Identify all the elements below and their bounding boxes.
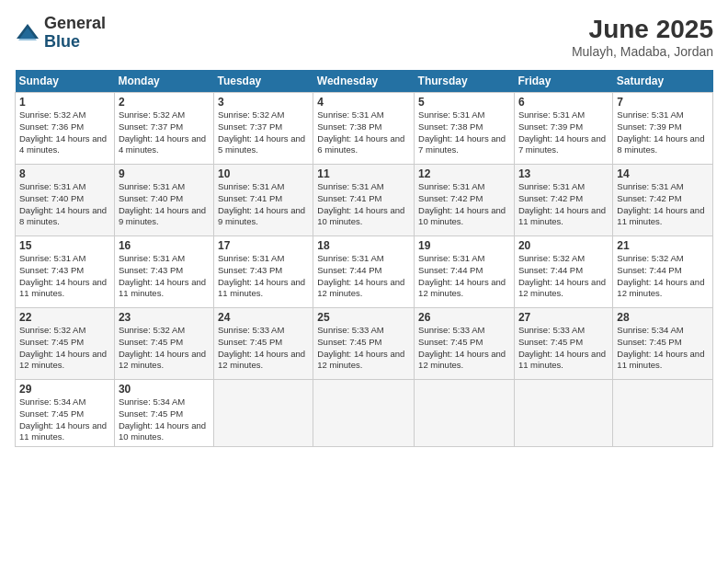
day-info: Sunrise: 5:33 AM Sunset: 7:45 PM Dayligh… <box>317 325 410 372</box>
day-number: 9 <box>119 167 210 180</box>
day-info: Sunrise: 5:33 AM Sunset: 7:45 PM Dayligh… <box>518 325 609 372</box>
day-info: Sunrise: 5:32 AM Sunset: 7:36 PM Dayligh… <box>19 109 110 156</box>
header-friday: Friday <box>514 70 612 93</box>
day-number: 17 <box>218 239 309 252</box>
day-info: Sunrise: 5:31 AM Sunset: 7:42 PM Dayligh… <box>518 181 609 228</box>
table-row: 27 Sunrise: 5:33 AM Sunset: 7:45 PM Dayl… <box>514 308 612 380</box>
day-number: 27 <box>518 311 609 324</box>
table-row: 15 Sunrise: 5:31 AM Sunset: 7:43 PM Dayl… <box>16 236 115 308</box>
day-info: Sunrise: 5:31 AM Sunset: 7:41 PM Dayligh… <box>317 181 410 228</box>
day-number: 19 <box>418 239 510 252</box>
calendar-header-row: Sunday Monday Tuesday Wednesday Thursday… <box>16 70 713 93</box>
day-info: Sunrise: 5:31 AM Sunset: 7:40 PM Dayligh… <box>19 181 110 228</box>
table-row: 4 Sunrise: 5:31 AM Sunset: 7:38 PM Dayli… <box>313 93 415 165</box>
day-info: Sunrise: 5:32 AM Sunset: 7:37 PM Dayligh… <box>119 109 210 156</box>
table-row: 7 Sunrise: 5:31 AM Sunset: 7:39 PM Dayli… <box>613 93 713 165</box>
day-number: 11 <box>317 167 410 180</box>
day-info: Sunrise: 5:31 AM Sunset: 7:42 PM Dayligh… <box>418 181 510 228</box>
day-info: Sunrise: 5:31 AM Sunset: 7:43 PM Dayligh… <box>119 253 210 300</box>
day-info: Sunrise: 5:31 AM Sunset: 7:43 PM Dayligh… <box>218 253 309 300</box>
table-row: 29 Sunrise: 5:34 AM Sunset: 7:45 PM Dayl… <box>16 380 115 447</box>
table-row <box>613 380 713 447</box>
table-row: 17 Sunrise: 5:31 AM Sunset: 7:43 PM Dayl… <box>214 236 313 308</box>
table-row: 12 Sunrise: 5:31 AM Sunset: 7:42 PM Dayl… <box>415 165 515 236</box>
table-row: 13 Sunrise: 5:31 AM Sunset: 7:42 PM Dayl… <box>514 165 612 236</box>
day-number: 12 <box>418 167 510 180</box>
table-row: 10 Sunrise: 5:31 AM Sunset: 7:41 PM Dayl… <box>214 165 313 236</box>
day-info: Sunrise: 5:32 AM Sunset: 7:44 PM Dayligh… <box>518 253 609 300</box>
table-row: 20 Sunrise: 5:32 AM Sunset: 7:44 PM Dayl… <box>514 236 612 308</box>
day-info: Sunrise: 5:31 AM Sunset: 7:40 PM Dayligh… <box>119 181 210 228</box>
logo-icon <box>15 20 40 46</box>
day-number: 13 <box>518 167 609 180</box>
month-title: June 2025 <box>572 15 713 44</box>
day-number: 26 <box>418 311 510 324</box>
day-number: 16 <box>119 239 210 252</box>
header-sunday: Sunday <box>16 70 115 93</box>
table-row <box>415 380 515 447</box>
table-row: 24 Sunrise: 5:33 AM Sunset: 7:45 PM Dayl… <box>214 308 313 380</box>
day-number: 8 <box>19 167 110 180</box>
day-info: Sunrise: 5:31 AM Sunset: 7:43 PM Dayligh… <box>19 253 110 300</box>
day-info: Sunrise: 5:32 AM Sunset: 7:37 PM Dayligh… <box>218 109 309 156</box>
day-info: Sunrise: 5:34 AM Sunset: 7:45 PM Dayligh… <box>119 396 210 443</box>
table-row: 25 Sunrise: 5:33 AM Sunset: 7:45 PM Dayl… <box>313 308 415 380</box>
day-number: 10 <box>218 167 309 180</box>
page: General Blue June 2025 Mulayh, Madaba, J… <box>0 0 728 563</box>
day-number: 30 <box>119 383 210 396</box>
table-row: 18 Sunrise: 5:31 AM Sunset: 7:44 PM Dayl… <box>313 236 415 308</box>
table-row: 6 Sunrise: 5:31 AM Sunset: 7:39 PM Dayli… <box>514 93 612 165</box>
table-row <box>214 380 313 447</box>
day-info: Sunrise: 5:31 AM Sunset: 7:44 PM Dayligh… <box>418 253 510 300</box>
table-row: 9 Sunrise: 5:31 AM Sunset: 7:40 PM Dayli… <box>114 165 213 236</box>
day-number: 6 <box>518 96 609 109</box>
day-number: 20 <box>518 239 609 252</box>
day-number: 3 <box>218 96 309 109</box>
day-number: 21 <box>617 239 709 252</box>
day-info: Sunrise: 5:31 AM Sunset: 7:41 PM Dayligh… <box>218 181 309 228</box>
day-number: 5 <box>418 96 510 109</box>
header-saturday: Saturday <box>613 70 713 93</box>
table-row: 5 Sunrise: 5:31 AM Sunset: 7:38 PM Dayli… <box>415 93 515 165</box>
table-row: 19 Sunrise: 5:31 AM Sunset: 7:44 PM Dayl… <box>415 236 515 308</box>
day-number: 7 <box>617 96 709 109</box>
header-tuesday: Tuesday <box>214 70 313 93</box>
header: General Blue June 2025 Mulayh, Madaba, J… <box>15 15 713 59</box>
day-number: 2 <box>119 96 210 109</box>
table-row <box>514 380 612 447</box>
day-number: 18 <box>317 239 410 252</box>
day-number: 1 <box>19 96 110 109</box>
table-row: 2 Sunrise: 5:32 AM Sunset: 7:37 PM Dayli… <box>114 93 213 165</box>
table-row: 23 Sunrise: 5:32 AM Sunset: 7:45 PM Dayl… <box>114 308 213 380</box>
day-number: 4 <box>317 96 410 109</box>
day-number: 29 <box>19 383 110 396</box>
calendar-table: Sunday Monday Tuesday Wednesday Thursday… <box>15 70 713 447</box>
logo: General Blue <box>15 15 106 52</box>
day-info: Sunrise: 5:31 AM Sunset: 7:44 PM Dayligh… <box>317 253 410 300</box>
location: Mulayh, Madaba, Jordan <box>572 44 713 59</box>
day-number: 22 <box>19 311 110 324</box>
day-number: 24 <box>218 311 309 324</box>
day-info: Sunrise: 5:31 AM Sunset: 7:42 PM Dayligh… <box>617 181 709 228</box>
day-info: Sunrise: 5:32 AM Sunset: 7:45 PM Dayligh… <box>19 325 110 372</box>
logo-blue: Blue <box>44 33 106 52</box>
logo-text: General Blue <box>44 15 106 52</box>
table-row: 22 Sunrise: 5:32 AM Sunset: 7:45 PM Dayl… <box>16 308 115 380</box>
table-row: 26 Sunrise: 5:33 AM Sunset: 7:45 PM Dayl… <box>415 308 515 380</box>
table-row: 14 Sunrise: 5:31 AM Sunset: 7:42 PM Dayl… <box>613 165 713 236</box>
day-number: 23 <box>119 311 210 324</box>
table-row: 3 Sunrise: 5:32 AM Sunset: 7:37 PM Dayli… <box>214 93 313 165</box>
day-info: Sunrise: 5:32 AM Sunset: 7:45 PM Dayligh… <box>119 325 210 372</box>
day-info: Sunrise: 5:33 AM Sunset: 7:45 PM Dayligh… <box>218 325 309 372</box>
day-info: Sunrise: 5:34 AM Sunset: 7:45 PM Dayligh… <box>19 396 110 443</box>
header-wednesday: Wednesday <box>313 70 415 93</box>
logo-general: General <box>44 15 106 33</box>
day-info: Sunrise: 5:33 AM Sunset: 7:45 PM Dayligh… <box>418 325 510 372</box>
table-row: 30 Sunrise: 5:34 AM Sunset: 7:45 PM Dayl… <box>114 380 213 447</box>
day-number: 28 <box>617 311 709 324</box>
table-row: 8 Sunrise: 5:31 AM Sunset: 7:40 PM Dayli… <box>16 165 115 236</box>
day-number: 25 <box>317 311 410 324</box>
header-monday: Monday <box>114 70 213 93</box>
day-info: Sunrise: 5:34 AM Sunset: 7:45 PM Dayligh… <box>617 325 709 372</box>
day-info: Sunrise: 5:31 AM Sunset: 7:38 PM Dayligh… <box>317 109 410 156</box>
